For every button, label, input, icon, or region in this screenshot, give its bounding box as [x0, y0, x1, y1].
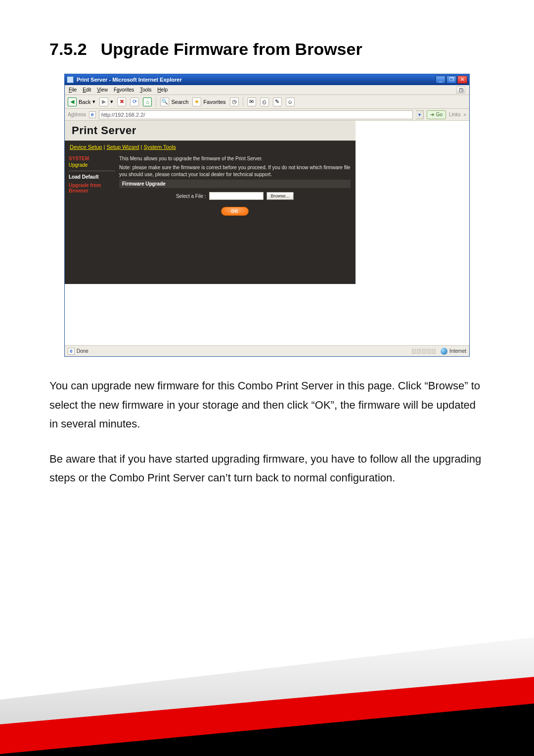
side-item-load-default[interactable]: Load Default [69, 174, 115, 180]
print-server-panel: Print Server Device Setup | Setup Wizard… [65, 121, 356, 284]
ie-titlebar: Print Server - Microsoft Internet Explor… [65, 74, 469, 85]
address-label: Address [68, 112, 86, 117]
forward-chevron-icon: ▾ [110, 98, 113, 105]
status-done: Done [77, 348, 89, 354]
panel-body: SYSTEM Upgrade Load Default Upgrade from… [65, 153, 356, 223]
file-input[interactable] [209, 192, 264, 200]
discuss-icon[interactable]: ☺ [286, 97, 295, 106]
history-icon[interactable]: ◷ [230, 97, 239, 106]
menu-favorites[interactable]: Favorites [114, 87, 134, 93]
paragraph-2: Be aware that if you have started upgrad… [49, 450, 485, 488]
side-divider [69, 171, 115, 171]
menu-view[interactable]: View [97, 87, 108, 93]
stop-icon[interactable]: ✖ [117, 97, 126, 106]
back-icon: ◀ [68, 97, 77, 106]
side-menu: SYSTEM Upgrade Load Default Upgrade from… [65, 153, 119, 223]
file-row: Select a File : Browse... [119, 188, 351, 202]
home-icon[interactable]: ⌂ [143, 97, 152, 106]
panel-nav: Device Setup | Setup Wizard | System Too… [65, 141, 356, 153]
close-button[interactable]: ✕ [457, 76, 467, 84]
ie-toolbar: ◀ Back ▾ ▶ ▾ ✖ ⟳ ⌂ 🔍 Search ★ Favorites … [65, 95, 469, 109]
minimize-button[interactable]: _ [436, 76, 445, 84]
viewport-spacer [65, 284, 469, 345]
status-progress [412, 349, 436, 354]
menu-edit[interactable]: Edit [83, 87, 91, 93]
section-heading: 7.5.2 Upgrade Firmware from Browser [49, 40, 485, 59]
menu-help[interactable]: Help [157, 87, 168, 93]
ie-statusbar: e Done Internet [65, 345, 469, 356]
menu-tools[interactable]: Tools [140, 87, 151, 93]
ie-app-icon [67, 76, 74, 83]
edit-icon[interactable]: ✎ [273, 97, 282, 106]
section-number: 7.5.2 [49, 40, 87, 59]
note-text: Note: please make sure the firmware is c… [119, 164, 351, 178]
panel-header: Print Server [65, 121, 356, 141]
links-label[interactable]: Links [449, 112, 460, 117]
links-chevron-icon: » [463, 112, 466, 117]
refresh-icon[interactable]: ⟳ [130, 97, 139, 106]
browse-button[interactable]: Browse... [267, 192, 294, 200]
favorites-icon: ★ [192, 97, 201, 106]
internet-zone-icon [441, 348, 447, 355]
print-icon[interactable]: ⎙ [260, 97, 269, 106]
search-button[interactable]: 🔍 Search [160, 97, 188, 106]
ie-window-title: Print Server - Microsoft Internet Explor… [77, 77, 436, 83]
document-body-text: You can upgrade new firmware for this Co… [49, 377, 485, 488]
go-label: Go [436, 112, 443, 117]
window-buttons: _ ❐ ✕ [436, 76, 467, 84]
ie-throbber-icon: ◳ [456, 87, 465, 94]
panel-main: This Menu allows you to upgrade the firm… [119, 153, 356, 223]
ie-viewport: Print Server Device Setup | Setup Wizard… [65, 121, 469, 284]
side-heading-system: SYSTEM [69, 156, 115, 161]
ie-menubar: File Edit View Favorites Tools Help ◳ [65, 85, 469, 95]
select-file-label: Select a File : [176, 193, 206, 199]
intro-text: This Menu allows you to upgrade the firm… [119, 156, 351, 161]
side-item-upgrade-from-browser[interactable]: Upgrade from Browser [69, 183, 115, 193]
back-chevron-icon: ▾ [92, 98, 95, 105]
ie-page-icon: e [89, 111, 96, 118]
panel-title: Print Server [72, 124, 136, 137]
status-zone: Internet [449, 348, 466, 354]
toolbar-separator [243, 97, 243, 107]
viewport-blank [356, 121, 469, 284]
maximize-button[interactable]: ❐ [446, 76, 456, 84]
forward-icon: ▶ [99, 97, 108, 106]
ok-row: OK [119, 202, 351, 216]
side-item-upgrade[interactable]: Upgrade [69, 162, 115, 168]
nav-device-setup[interactable]: Device Setup [70, 144, 102, 150]
ok-button[interactable]: OK [221, 207, 249, 216]
status-page-icon: e [68, 348, 75, 355]
search-icon: 🔍 [160, 97, 169, 106]
section-title: Upgrade Firmware from Browser [101, 40, 362, 59]
mail-icon[interactable]: ✉ [247, 97, 256, 106]
ie-window: Print Server - Microsoft Internet Explor… [64, 74, 470, 357]
address-input[interactable] [99, 110, 413, 119]
back-button[interactable]: ◀ Back ▾ [68, 97, 95, 106]
favorites-label: Favorites [203, 99, 225, 105]
ie-address-bar: Address e ▾ ➔ Go Links » [65, 109, 469, 121]
go-button[interactable]: ➔ Go [427, 110, 446, 119]
nav-setup-wizard[interactable]: Setup Wizard [106, 144, 139, 150]
menu-file[interactable]: File [69, 87, 77, 93]
address-dropdown-icon[interactable]: ▾ [416, 110, 424, 119]
nav-system-tools[interactable]: System Tools [143, 144, 176, 150]
section-bar: Firmware Upgrade [119, 180, 351, 188]
search-label: Search [171, 99, 188, 105]
forward-button[interactable]: ▶ ▾ [99, 97, 113, 106]
paragraph-1: You can upgrade new firmware for this Co… [49, 377, 485, 434]
footer-graphic [0, 637, 534, 756]
back-label: Back [79, 99, 90, 105]
go-arrow-icon: ➔ [430, 112, 434, 117]
toolbar-separator [156, 97, 156, 107]
favorites-button[interactable]: ★ Favorites [192, 97, 225, 106]
